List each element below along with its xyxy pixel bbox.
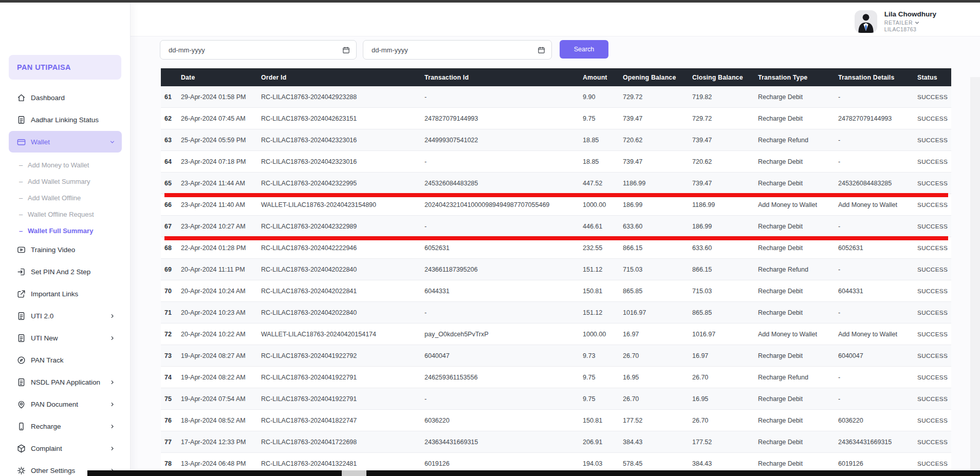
cell-status: SUCCESS xyxy=(917,460,951,467)
table-row: 7120-Apr-2024 10:23 AMRC-LILAC18763-2024… xyxy=(161,302,951,323)
cell-type: Recharge Debit xyxy=(758,180,838,187)
sidebar-subitem-add-wallet-summary[interactable]: –Add Wallet Summary xyxy=(9,173,122,189)
cell-opening: 177.52 xyxy=(623,417,692,424)
cell-amount: 206.91 xyxy=(583,439,623,446)
cell-opening: 720.62 xyxy=(623,137,692,144)
cell-n: 66 xyxy=(161,201,181,208)
sidebar-item-pan-document[interactable]: PAN Document xyxy=(9,395,122,413)
cell-date: 20-Apr-2024 10:23 AM xyxy=(181,309,261,316)
sidebar-subitem-add-wallet-offline[interactable]: –Add Wallet Offline xyxy=(9,189,122,206)
sidebar-item-aadhar-linking-status[interactable]: Aadhar Linking Status xyxy=(9,110,122,129)
sidebar-item-recharge[interactable]: Recharge xyxy=(9,417,122,435)
cell-details: 6036220 xyxy=(838,417,917,424)
sidebar-item-label: PAN Document xyxy=(31,401,78,408)
cell-txn_id: 243661187395206 xyxy=(424,266,583,273)
dash-bullet: – xyxy=(19,227,23,235)
cell-type: Recharge Debit xyxy=(758,288,838,295)
cell-txn_id: 20240423210410000989494987707055469 xyxy=(424,201,583,208)
cell-type: Recharge Debit xyxy=(758,158,838,165)
document-icon xyxy=(16,333,26,343)
cell-status: SUCCESS xyxy=(917,201,951,208)
chevron-right-icon xyxy=(109,401,116,408)
horizontal-scrollbar[interactable] xyxy=(366,470,980,476)
cell-status: SUCCESS xyxy=(917,266,951,273)
sidebar-item-set-pin-and-2-step[interactable]: Set PIN And 2 Step xyxy=(9,262,122,281)
table-header-row: DateOrder IdTransaction IdAmountOpening … xyxy=(161,68,951,86)
cell-order_id: RC-LILAC18763-2024041722698 xyxy=(261,439,424,446)
chevron-down-icon xyxy=(109,139,116,145)
wallet-icon xyxy=(16,137,26,147)
sidebar-subitem-wallet-full-summary[interactable]: –Wallet Full Summary xyxy=(9,222,122,239)
sidebar-item-important-links[interactable]: Important Links xyxy=(9,284,122,303)
cell-date: 19-Apr-2024 07:54 AM xyxy=(181,395,261,403)
cell-type: Add Money to Wallet xyxy=(758,331,838,338)
cell-order_id: RC-LILAC18763-2024041822747 xyxy=(261,417,424,424)
horizontal-scrollbar[interactable] xyxy=(87,470,342,476)
cell-n: 72 xyxy=(161,331,181,338)
cell-type: Recharge Debit xyxy=(758,223,838,230)
cell-details: 6044331 xyxy=(838,288,917,295)
window-top-edge xyxy=(0,0,980,3)
table-row: 6523-Apr-2024 11:44 AMRC-LILAC18763-2024… xyxy=(161,173,951,194)
cell-status: SUCCESS xyxy=(917,395,951,403)
cell-type: Recharge Debit xyxy=(758,460,838,467)
cell-date: 18-Apr-2024 08:52 AM xyxy=(181,417,261,424)
sidebar-item-label: Set PIN And 2 Step xyxy=(31,268,90,276)
cell-details: - xyxy=(838,374,917,381)
cell-type: Recharge Debit xyxy=(758,115,838,122)
cell-details: - xyxy=(838,158,917,165)
cube-icon xyxy=(16,444,26,453)
sidebar-subitem-label: Wallet Offline Request xyxy=(28,211,94,218)
cell-amount: 9.90 xyxy=(583,93,623,101)
cell-status: SUCCESS xyxy=(917,309,951,316)
table-header-amount: Amount xyxy=(583,74,623,81)
cell-n: 76 xyxy=(161,417,181,424)
cell-opening: 866.15 xyxy=(623,244,692,252)
cell-closing: 720.62 xyxy=(692,158,758,165)
sidebar-item-wallet[interactable]: Wallet xyxy=(9,131,122,153)
sidebar-item-training-video[interactable]: Training Video xyxy=(9,240,122,259)
cell-n: 78 xyxy=(161,460,181,467)
cell-n: 75 xyxy=(161,395,181,403)
cell-n: 62 xyxy=(161,115,181,122)
sidebar-item-uti-2-0[interactable]: UTI 2.0 xyxy=(9,307,122,325)
cell-n: 63 xyxy=(161,137,181,144)
sidebar-item-label: Dashboard xyxy=(31,94,65,102)
cell-order_id: RC-LILAC18763-2024041922792 xyxy=(261,352,424,359)
sidebar-item-uti-new[interactable]: UTI New xyxy=(9,329,122,347)
vertical-scrollbar-track[interactable] xyxy=(970,77,980,470)
cell-date: 23-Apr-2024 07:18 PM xyxy=(181,158,261,165)
transactions-table: DateOrder IdTransaction IdAmountOpening … xyxy=(161,68,951,474)
cell-amount: 150.81 xyxy=(583,288,623,295)
cell-status: SUCCESS xyxy=(917,439,951,446)
cell-n: 65 xyxy=(161,180,181,187)
user-menu[interactable]: Lila Chowdhury RETAILER LILAC18763 xyxy=(855,10,936,33)
search-button[interactable]: Search xyxy=(560,40,608,59)
from-date-input[interactable] xyxy=(168,46,342,54)
sidebar-item-complaint[interactable]: Complaint xyxy=(9,439,122,458)
sidebar-item-dashboard[interactable]: Dashboard xyxy=(9,88,122,107)
cell-closing: 866.15 xyxy=(692,266,758,273)
calendar-icon[interactable] xyxy=(538,46,545,54)
to-date-input[interactable] xyxy=(371,46,538,54)
cell-closing: 16.95 xyxy=(692,395,758,403)
cell-opening: 26.70 xyxy=(623,352,692,359)
cell-n: 71 xyxy=(161,309,181,316)
cell-closing: 865.85 xyxy=(692,309,758,316)
calendar-icon[interactable] xyxy=(342,46,350,54)
cell-txn_id: - xyxy=(424,93,583,101)
sidebar-subitem-add-money-to-wallet[interactable]: –Add Money to Wallet xyxy=(9,157,122,173)
cell-status: SUCCESS xyxy=(917,244,951,252)
cell-amount: 1000.00 xyxy=(583,331,623,338)
cell-txn_id: 244999307541022 xyxy=(424,137,583,144)
cell-date: 22-Apr-2024 01:28 PM xyxy=(181,244,261,252)
table-row: 6226-Apr-2024 07:45 AMRC-LILAC18763-2024… xyxy=(161,108,951,129)
sidebar-subitem-wallet-offline-request[interactable]: –Wallet Offline Request xyxy=(9,206,122,222)
cell-amount: 151.12 xyxy=(583,266,623,273)
user-name: Lila Chowdhury xyxy=(884,11,936,18)
sidebar-item-nsdl-pan-application[interactable]: NSDL PAN Application xyxy=(9,373,122,391)
sidebar-item-label: Complaint xyxy=(31,445,62,452)
cell-status: SUCCESS xyxy=(917,115,951,122)
sidebar-item-pan-track[interactable]: PAN Track xyxy=(9,351,122,369)
cell-amount: 9.75 xyxy=(583,395,623,403)
